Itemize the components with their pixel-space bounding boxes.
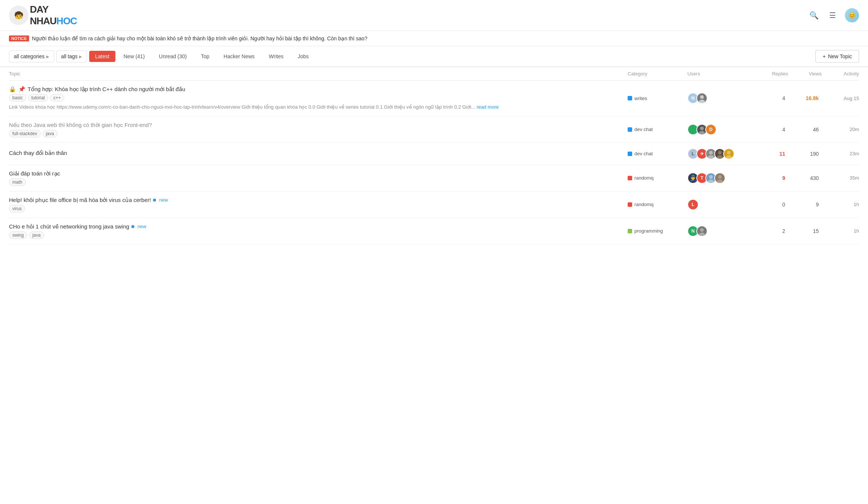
tag-tutorial[interactable]: tutorial [28,94,48,102]
topic-title[interactable]: Nếu theo Java web thì không có thời gian… [9,122,628,128]
category-cell[interactable]: dev chat [628,151,687,156]
svg-point-10 [709,175,713,179]
users-cell: N [687,225,755,237]
svg-point-3 [699,131,705,134]
replies-cell: 4 [755,127,788,133]
all-categories-dropdown[interactable]: all categories ▶ [9,50,54,62]
user-avatar[interactable]: 😊 [845,8,859,22]
topic-cell: Giải đáp toán rời rạc math [9,170,628,186]
all-tags-label: all tags [61,53,78,59]
hacker-news-tab[interactable]: Hacker News [218,51,260,62]
category-cell[interactable]: randomq [628,202,687,207]
latest-tab[interactable]: Latest [89,51,115,62]
activity-cell: 20m [822,127,859,132]
category-dot [628,96,632,100]
tag-cpp[interactable]: c++ [50,94,64,102]
header-activity: Activity [822,71,859,77]
tag-java[interactable]: java [29,231,44,239]
activity-cell: 1h [822,202,859,207]
search-button[interactable]: 🔍 [808,9,820,21]
topic-title[interactable]: 🔒 📌 Tổng hợp: Khóa học lập trình C++ dàn… [9,86,628,93]
menu-button[interactable]: ☰ [828,9,837,21]
header-icons: 🔍 ☰ 😊 [808,8,859,22]
notice-badge: NOTICE [9,35,29,41]
views-cell: 190 [788,151,822,157]
svg-point-7 [717,155,723,159]
nav-bar: all categories ▶ all tags ▶ Latest New (… [0,46,868,67]
users-cell: L [687,199,755,210]
logo-nhau: NHAU [30,15,56,27]
category-name: programming [634,228,663,234]
new-label: new [159,197,168,203]
new-topic-button[interactable]: + New Topic [815,50,859,63]
svg-point-11 [708,180,714,183]
topic-title[interactable]: Help! khôi phục file office bị mã hóa bở… [9,197,628,203]
activity-cell: 23m [822,151,859,156]
tag-math[interactable]: math [9,178,26,186]
header: 🧒 DAY NHAUHOC 🔍 ☰ 😊 [0,0,868,31]
user-avatar-4 [714,172,725,184]
topic-title[interactable]: Cách thay đổi bản thân [9,150,628,156]
topic-cell: Help! khôi phục file office bị mã hóa bở… [9,197,628,212]
topic-title[interactable]: Giải đáp toán rời rạc [9,170,628,177]
svg-point-13 [717,180,723,183]
views-cell: 46 [788,127,822,133]
tag-fullstackdev[interactable]: full-stackdev [9,130,41,137]
category-cell[interactable]: programming [628,228,687,234]
views-cell: 430 [788,175,822,181]
header-users: Users [687,71,755,77]
logo[interactable]: 🧒 DAY NHAUHOC [9,4,77,27]
svg-point-4 [709,151,713,155]
header-views: Views [788,71,822,77]
category-cell[interactable]: randomq [628,175,687,181]
notice-text: Người thảo luận để tìm ra cách giải hay … [32,35,368,41]
user-avatar-5 [723,148,734,159]
views-cell: 16.8k [788,95,822,101]
topic-table: Topic Category Users Replies Views Activ… [0,67,868,245]
views-cell: 15 [788,228,822,234]
category-name: writes [634,96,647,101]
jobs-tab[interactable]: Jobs [292,51,315,62]
users-cell: N [687,93,755,104]
tag-virus[interactable]: virus [9,205,25,212]
read-more-link[interactable]: read more [477,104,499,110]
header-topic: Topic [9,71,628,77]
table-header: Topic Category Users Replies Views Activ… [9,67,859,81]
all-tags-dropdown[interactable]: all tags ▶ [56,50,87,62]
tag-basic[interactable]: basic [9,94,26,102]
activity-cell: Aug 15 [822,96,859,101]
header-category: Category [628,71,687,77]
writes-tab[interactable]: Writes [263,51,289,62]
svg-point-2 [700,127,704,130]
svg-point-8 [727,151,731,155]
logo-icon: 🧒 [9,6,28,25]
svg-point-14 [700,228,704,232]
new-dot-icon [131,225,134,228]
topic-cell: CHo e hỏi 1 chút về networking trong jav… [9,223,628,239]
topic-title[interactable]: CHo e hỏi 1 chút về networking trong jav… [9,223,628,230]
unread-tab[interactable]: Unread (30) [153,51,193,62]
tag-swing[interactable]: swing [9,231,27,239]
chevron-right-icon: ▶ [46,55,49,59]
lock-icon: 🔒 [9,86,16,93]
tag-java[interactable]: java [43,130,57,137]
category-dot [628,176,632,180]
users-cell: L ✈ [687,148,755,159]
svg-point-0 [700,95,704,99]
table-row: CHo e hỏi 1 chút về networking trong jav… [9,218,859,245]
chevron-right-icon-2: ▶ [79,55,82,59]
category-name: randomq [634,175,653,181]
table-row: Nếu theo Java web thì không có thời gian… [9,116,859,143]
new-label: new [137,224,146,229]
category-cell[interactable]: dev chat [628,127,687,132]
topic-cell: 🔒 📌 Tổng hợp: Khóa học lập trình C++ dàn… [9,86,628,111]
category-cell[interactable]: writes [628,96,687,101]
svg-point-9 [726,155,732,159]
topic-cell: Cách thay đổi bản thân [9,150,628,158]
topic-tags: swing java [9,231,628,239]
new-tab[interactable]: New (41) [118,51,151,62]
table-row: Cách thay đổi bản thân dev chat L ✈ 11 1… [9,143,859,165]
header-replies: Replies [755,71,788,77]
user-avatar-2 [696,93,708,104]
top-tab[interactable]: Top [195,51,216,62]
